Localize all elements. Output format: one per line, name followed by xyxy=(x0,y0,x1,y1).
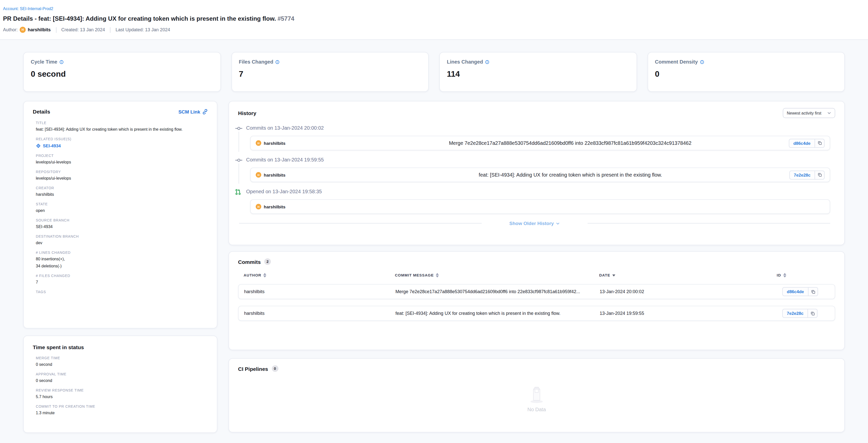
field-label: TAGS xyxy=(36,290,208,294)
divider xyxy=(239,223,482,224)
chevron-down-icon xyxy=(827,111,831,115)
column-label: DATE xyxy=(599,273,610,277)
scm-link[interactable]: SCM Link xyxy=(178,109,208,114)
event-card: H harshilbits xyxy=(250,199,830,214)
field-label: # LINES CHANGED xyxy=(36,251,208,254)
commit-hash-group: 7e2e28c xyxy=(782,309,829,318)
event-label: Commits on 13-Jan-2024 20:00:02 xyxy=(246,125,835,131)
column-header-date[interactable]: DATE xyxy=(599,273,777,277)
field-value: levelops/ui-levelops xyxy=(36,176,208,181)
field-value: SEI-4934 xyxy=(36,225,208,229)
page: Account: SEI-Internal-Prod2 PR Details -… xyxy=(0,0,868,443)
column-header-commit-message[interactable]: COMMIT MESSAGE xyxy=(395,273,599,277)
field-value: 5.7 hours xyxy=(36,394,208,399)
commit-row: harshilbits feat: [SEI-4934]: Adding UX … xyxy=(238,306,835,321)
field-label: # FILES CHANGED xyxy=(36,274,208,277)
empty-box-icon xyxy=(527,385,547,404)
info-icon[interactable] xyxy=(485,60,489,64)
time-field-review-response: REVIEW RESPONSE TIME 5.7 hours xyxy=(36,388,208,399)
commit-message: feat: [SEI-4934]: Adding UX for creating… xyxy=(395,311,600,316)
copy-icon[interactable] xyxy=(815,139,825,148)
metrics-row: Cycle Time 0 second Files Changed 7 Line… xyxy=(23,52,845,92)
field-value: open xyxy=(36,208,208,213)
metric-card-lines-changed: Lines Changed 114 xyxy=(439,52,637,92)
sort-icon xyxy=(783,273,786,277)
column-label: ID xyxy=(777,273,781,277)
copy-icon[interactable] xyxy=(815,170,825,179)
history-event-opened: Opened on 13-Jan-2024 19:58:35 H harshil… xyxy=(235,189,835,214)
divider xyxy=(56,27,56,33)
issue-diamond-icon xyxy=(36,143,41,148)
history-event-commit-2: Commits on 13-Jan-2024 19:59:55 H harshi… xyxy=(235,157,835,182)
field-label: CREATOR xyxy=(36,186,208,190)
commit-hash-group: 7e2e28c xyxy=(789,170,825,179)
info-icon[interactable] xyxy=(59,60,63,64)
field-label: COMMIT TO PR CREATION TIME xyxy=(36,405,208,408)
account-breadcrumb-link[interactable]: Account: SEI-Internal-Prod2 xyxy=(3,6,53,11)
field-label: SOURCE BRANCH xyxy=(36,218,208,222)
ci-pipelines-panel: CI Pipelines 0 No Data xyxy=(228,358,845,433)
commit-hash-button[interactable]: d86c4de xyxy=(789,139,815,148)
commits-count-badge: 2 xyxy=(264,258,271,265)
field-value: 7 xyxy=(36,280,208,285)
field-label: MERGE TIME xyxy=(36,356,208,360)
field-value: levelops/ui-levelops xyxy=(36,160,208,165)
history-title: History xyxy=(238,110,256,116)
field-label: REVIEW RESPONSE TIME xyxy=(36,388,208,392)
history-event-commit-1: Commits on 13-Jan-2024 20:00:02 H harshi… xyxy=(235,125,835,150)
copy-icon[interactable] xyxy=(808,309,817,318)
info-icon[interactable] xyxy=(700,60,704,64)
detail-field-files-changed: # FILES CHANGED 7 xyxy=(36,274,208,285)
column-label: AUTHOR xyxy=(244,273,261,277)
link-icon xyxy=(202,109,208,114)
commits-table-header: AUTHOR COMMIT MESSAGE DATE ID xyxy=(238,273,835,277)
metric-label: Cycle Time xyxy=(31,59,57,65)
details-title: Details xyxy=(33,109,50,115)
author-avatar: H xyxy=(20,27,26,33)
detail-field-related-issues: RELATED ISSUE(S) SEI-4934 xyxy=(36,137,208,148)
info-icon[interactable] xyxy=(275,60,279,64)
column-header-author[interactable]: AUTHOR xyxy=(244,273,395,277)
details-panel: Details SCM Link TITLE feat: [SEI-4934]:… xyxy=(23,101,217,328)
time-spent-panel: Time spent in status MERGE TIME 0 second… xyxy=(23,335,217,433)
detail-field-state: STATE open xyxy=(36,202,208,213)
right-column: History Newest activity first Commits on… xyxy=(228,101,845,433)
show-older-history-button[interactable]: Show Older History xyxy=(482,220,588,226)
ci-empty-state: No Data xyxy=(238,372,835,425)
scm-link-label: SCM Link xyxy=(178,109,200,114)
history-sort-dropdown[interactable]: Newest activity first xyxy=(783,108,835,118)
issue-key: SEI-4934 xyxy=(43,143,61,148)
left-column: Details SCM Link TITLE feat: [SEI-4934]:… xyxy=(23,101,217,433)
author-label: Author: xyxy=(3,27,18,32)
metric-value: 114 xyxy=(447,70,629,79)
commit-author: harshilbits xyxy=(244,311,395,316)
commits-panel: Commits 2 AUTHOR COMMIT MESSAGE xyxy=(228,251,845,350)
detail-field-title: TITLE feat: [SEI-4934]: Adding UX for cr… xyxy=(36,121,208,132)
event-author-name: harshilbits xyxy=(264,204,285,209)
detail-field-source-branch: SOURCE BRANCH SEI-4934 xyxy=(36,218,208,229)
commit-message: Merge 7e2e28ce17a27a888e530754dd6ad21609… xyxy=(356,140,784,146)
time-spent-title: Time spent in status xyxy=(33,344,208,350)
sort-desc-icon xyxy=(612,274,615,276)
field-label: REPOSITORY xyxy=(36,170,208,174)
field-label: PROJECT xyxy=(36,154,208,157)
pr-meta-row: Author: H harshilbits Created: 13 Jan 20… xyxy=(3,27,863,33)
pull-request-opened-icon xyxy=(235,189,243,195)
field-value: 0 second xyxy=(36,378,208,383)
detail-field-creator: CREATOR harshilbits xyxy=(36,186,208,197)
sort-icon xyxy=(263,273,266,277)
metric-value: 7 xyxy=(239,70,421,79)
field-value: 34 deletions(-) xyxy=(36,264,208,268)
commit-hash-button[interactable]: 7e2e28c xyxy=(789,170,815,179)
metric-value: 0 second xyxy=(31,70,213,79)
sort-dropdown-value: Newest activity first xyxy=(787,111,822,115)
field-value: 80 insertions(+), xyxy=(36,257,208,261)
related-issue-link[interactable]: SEI-4934 xyxy=(36,143,208,148)
copy-icon[interactable] xyxy=(808,287,818,296)
commit-hash-button[interactable]: 7e2e28c xyxy=(782,309,808,318)
detail-field-lines-changed: # LINES CHANGED 80 insertions(+), 34 del… xyxy=(36,251,208,268)
avatar: H xyxy=(256,204,261,209)
field-value: harshilbits xyxy=(36,192,208,197)
commit-hash-button[interactable]: d86c4de xyxy=(782,287,808,296)
column-header-id[interactable]: ID xyxy=(777,273,830,277)
